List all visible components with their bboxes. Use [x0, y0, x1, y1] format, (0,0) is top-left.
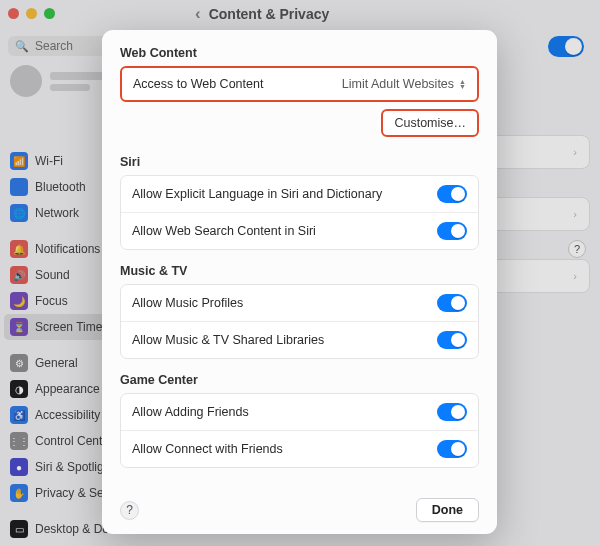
setting-row: Allow Explicit Language in Siri and Dict… [121, 176, 478, 212]
toggle-switch[interactable] [437, 331, 467, 349]
toggle-switch[interactable] [437, 294, 467, 312]
setting-label: Allow Music & TV Shared Libraries [132, 333, 324, 347]
setting-label: Allow Explicit Language in Siri and Dict… [132, 187, 382, 201]
settings-group: Allow Music ProfilesAllow Music & TV Sha… [120, 284, 479, 359]
section-title: Music & TV [120, 264, 479, 278]
setting-row: Access to Web ContentLimit Adult Website… [122, 68, 477, 100]
help-button[interactable]: ? [120, 501, 139, 520]
toggle-switch[interactable] [437, 222, 467, 240]
toggle-switch[interactable] [437, 440, 467, 458]
setting-row: Allow Music & TV Shared Libraries [121, 321, 478, 358]
setting-row: Allow Web Search Content in Siri [121, 212, 478, 249]
chevron-updown-icon: ▲▼ [459, 79, 466, 89]
setting-label: Allow Adding Friends [132, 405, 249, 419]
setting-label: Allow Connect with Friends [132, 442, 283, 456]
settings-group: Allow Explicit Language in Siri and Dict… [120, 175, 479, 250]
setting-row: Allow Adding Friends [121, 394, 478, 430]
setting-row: Allow Connect with Friends [121, 430, 478, 467]
settings-group: Allow Adding FriendsAllow Connect with F… [120, 393, 479, 468]
setting-label: Allow Music Profiles [132, 296, 243, 310]
customise-button[interactable]: Customise… [381, 109, 479, 137]
content-privacy-sheet: Web ContentAccess to Web ContentLimit Ad… [102, 30, 497, 534]
section-title: Game Center [120, 373, 479, 387]
toggle-switch[interactable] [437, 185, 467, 203]
setting-row: Allow Music Profiles [121, 285, 478, 321]
select-control[interactable]: Limit Adult Websites▲▼ [342, 77, 466, 91]
toggle-switch[interactable] [437, 403, 467, 421]
done-button[interactable]: Done [416, 498, 479, 522]
select-value: Limit Adult Websites [342, 77, 454, 91]
section-title: Siri [120, 155, 479, 169]
setting-label: Access to Web Content [133, 77, 263, 91]
section-title: Web Content [120, 46, 479, 60]
setting-label: Allow Web Search Content in Siri [132, 224, 316, 238]
settings-group: Access to Web ContentLimit Adult Website… [120, 66, 479, 102]
